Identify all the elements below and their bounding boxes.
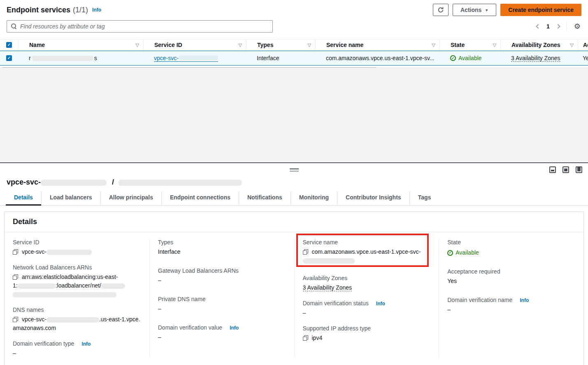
previous-page-icon[interactable] bbox=[536, 24, 540, 28]
row-name-suffix: s bbox=[94, 55, 97, 61]
endpoint-services-section: Endpoint services (1/1) Info Actions ▼ C… bbox=[0, 0, 588, 68]
search-input[interactable] bbox=[7, 20, 273, 33]
copy-icon[interactable] bbox=[303, 249, 308, 255]
tab-endpoint-connections[interactable]: Endpoint connections bbox=[161, 192, 239, 206]
info-link[interactable]: Info bbox=[230, 325, 239, 331]
table-row[interactable]: ✓ r s vpce-svc- Interface com.amazonaws.… bbox=[0, 51, 588, 66]
details-card-heading: Details bbox=[5, 212, 583, 232]
search-box bbox=[7, 20, 273, 33]
tab-load-balancers[interactable]: Load balancers bbox=[41, 192, 100, 206]
field-domain-verification-type: Domain verification type Info – bbox=[13, 340, 141, 358]
details-column-2: Types Interface Gateway Load Balancers A… bbox=[149, 239, 294, 358]
row-acceptance-cell: Yes bbox=[578, 51, 588, 65]
actions-button-label: Actions bbox=[460, 7, 481, 13]
search-icon bbox=[11, 23, 16, 29]
row-state-cell: ✓ Available bbox=[439, 51, 500, 65]
field-state: State ✓ Available bbox=[447, 239, 575, 257]
field-dns-names: DNS names vpce-svc-.us-east-1.vpce.amazo… bbox=[13, 307, 141, 332]
select-all-cell: ✓ bbox=[0, 40, 18, 50]
copy-icon[interactable] bbox=[303, 335, 308, 341]
row-select-cell: ✓ bbox=[0, 51, 18, 65]
field-private-dns-name: Private DNS name – bbox=[158, 296, 286, 313]
header-actions: Actions ▼ Create endpoint service bbox=[433, 4, 581, 16]
details-card: Details Service ID vpce-svc- Network Loa… bbox=[4, 211, 584, 365]
redacted-text bbox=[303, 258, 355, 264]
field-service-name: Service name com.amazonaws.vpce.us-east-… bbox=[303, 239, 431, 265]
redacted-text bbox=[18, 283, 56, 289]
header-info-link[interactable]: Info bbox=[92, 7, 101, 13]
state-badge: ✓ Available bbox=[447, 248, 479, 257]
redacted-text bbox=[101, 283, 125, 289]
refresh-button[interactable] bbox=[433, 4, 449, 16]
column-header-state[interactable]: State ▽ bbox=[439, 40, 500, 50]
column-header-name[interactable]: Name ▽ bbox=[18, 40, 143, 50]
panel-small-icon bbox=[549, 166, 556, 173]
tab-tags[interactable]: Tags bbox=[409, 192, 439, 206]
tab-notifications[interactable]: Notifications bbox=[239, 192, 291, 206]
filter-icon[interactable]: ▽ bbox=[136, 42, 139, 48]
info-link[interactable]: Info bbox=[81, 341, 91, 347]
redacted-text bbox=[46, 317, 99, 323]
row-checkbox[interactable]: ✓ bbox=[6, 55, 12, 61]
refresh-icon bbox=[437, 7, 444, 13]
availability-zones-link[interactable]: 3 Availability Zones bbox=[511, 55, 560, 62]
field-supported-ip-type: Supported IP address type ipv4 bbox=[303, 325, 431, 342]
field-domain-verification-name: Domain verification name Info – bbox=[447, 297, 575, 314]
panel-size-controls bbox=[549, 166, 582, 173]
next-page-icon[interactable] bbox=[555, 24, 560, 28]
create-endpoint-service-button[interactable]: Create endpoint service bbox=[500, 4, 581, 16]
details-column-4: State ✓ Available Acceptance required Ye… bbox=[439, 239, 583, 358]
actions-button[interactable]: Actions ▼ bbox=[453, 4, 496, 16]
details-column-1: Service ID vpce-svc- Network Load Balanc… bbox=[5, 239, 149, 358]
page-header: Endpoint services (1/1) Info Actions ▼ C… bbox=[0, 0, 588, 18]
redacted-text bbox=[41, 180, 107, 186]
redacted-text bbox=[179, 55, 218, 61]
redacted-text bbox=[119, 180, 242, 186]
panel-title: vpce-svc- / bbox=[7, 178, 581, 187]
current-page-number[interactable]: 1 bbox=[546, 23, 551, 30]
filter-icon[interactable]: ▽ bbox=[239, 42, 242, 48]
row-types-cell: Interface bbox=[246, 51, 315, 65]
table-toolbar: 1 ⚙ bbox=[0, 18, 588, 36]
filter-icon[interactable]: ▽ bbox=[432, 42, 435, 48]
info-link[interactable]: Info bbox=[376, 301, 385, 307]
panel-size-full-button[interactable] bbox=[576, 166, 582, 173]
redacted-text bbox=[46, 250, 92, 255]
column-header-types[interactable]: Types ▽ bbox=[246, 40, 315, 50]
check-circle-icon: ✓ bbox=[447, 250, 453, 256]
toolbar-divider bbox=[566, 21, 567, 31]
info-link[interactable]: Info bbox=[520, 297, 529, 303]
panel-size-small-button[interactable] bbox=[549, 166, 556, 173]
service-id-link[interactable]: vpce-svc- bbox=[154, 55, 218, 62]
filter-icon[interactable]: ▽ bbox=[493, 42, 496, 48]
column-header-availability-zones[interactable]: Availability Zones ▽ bbox=[500, 40, 578, 50]
resource-count: (1/1) bbox=[73, 6, 88, 14]
row-name-prefix: r bbox=[29, 55, 31, 61]
filter-icon[interactable]: ▽ bbox=[308, 42, 311, 48]
column-header-service-id[interactable]: Service ID ▽ bbox=[143, 40, 246, 50]
panel-tabs: Details Load balancers Allow principals … bbox=[0, 192, 588, 206]
tab-details[interactable]: Details bbox=[6, 192, 41, 206]
panel-size-medium-button[interactable] bbox=[562, 166, 569, 173]
app-root: Endpoint services (1/1) Info Actions ▼ C… bbox=[0, 0, 588, 365]
row-availability-zones-cell: 3 Availability Zones bbox=[500, 51, 578, 65]
field-domain-verification-status: Domain verification status Info – bbox=[303, 300, 431, 317]
check-circle-icon: ✓ bbox=[450, 55, 456, 61]
pagination: 1 ⚙ bbox=[537, 21, 581, 31]
availability-zones-link[interactable]: 3 Availability Zones bbox=[303, 284, 352, 291]
select-all-checkbox[interactable]: ✓ bbox=[6, 42, 12, 48]
copy-icon[interactable] bbox=[13, 317, 18, 322]
column-header-service-name[interactable]: Service name ▽ bbox=[315, 40, 439, 50]
column-header-acceptance[interactable]: Acceptance required bbox=[578, 40, 588, 50]
gear-icon: ⚙ bbox=[574, 22, 581, 30]
redacted-text bbox=[13, 292, 116, 297]
copy-icon[interactable] bbox=[13, 249, 18, 255]
filter-icon[interactable]: ▽ bbox=[570, 42, 574, 48]
copy-icon[interactable] bbox=[13, 274, 18, 280]
tab-contributor-insights[interactable]: Contributor Insights bbox=[337, 192, 409, 206]
settings-button[interactable]: ⚙ bbox=[573, 23, 581, 30]
panel-drag-handle[interactable] bbox=[290, 168, 299, 172]
field-glb-arns: Gateway Load Balancers ARNs – bbox=[158, 267, 286, 285]
tab-allow-principals[interactable]: Allow principals bbox=[100, 192, 161, 206]
tab-monitoring[interactable]: Monitoring bbox=[291, 192, 337, 206]
